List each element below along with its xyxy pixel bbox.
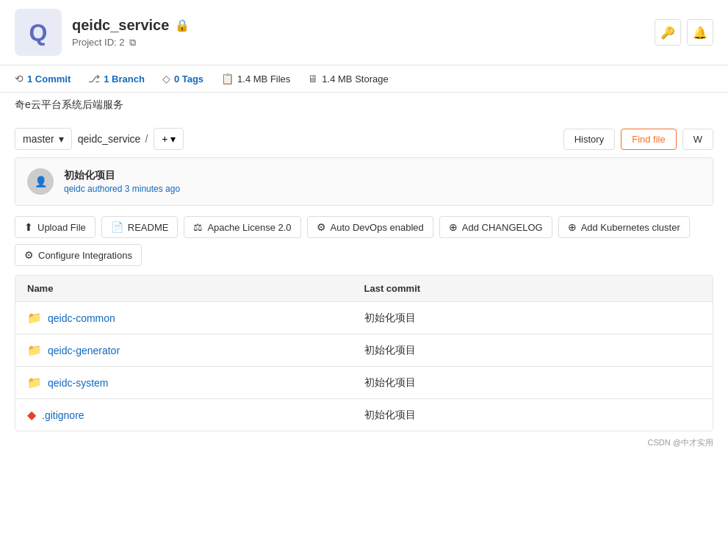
project-info: qeidc_service 🔒 Project ID: 2 ⧉ — [72, 17, 190, 49]
plus-icon: + — [162, 133, 167, 145]
file-name-gitignore[interactable]: ◆ .gitignore — [27, 408, 364, 422]
notification-button[interactable]: 🔔 — [687, 19, 713, 46]
folder-icon: 📁 — [27, 376, 42, 390]
add-changelog-button[interactable]: ⊕ Add CHANGELOG — [439, 216, 552, 238]
action-buttons-row: ⬆ Upload File 📄 README ⚖ Apache License … — [0, 216, 728, 275]
branch-right: History Find file W — [563, 129, 713, 150]
path-segment: qeidc_service — [78, 133, 141, 145]
branches-icon: ⎇ — [88, 73, 100, 85]
page-header: Q qeidc_service 🔒 Project ID: 2 ⧉ 🔑 🔔 — [0, 0, 728, 65]
files-size: 1.4 MB Files — [237, 73, 290, 85]
col-commit-header: Last commit — [364, 283, 702, 294]
readme-icon: 📄 — [111, 221, 123, 233]
project-id: Project ID: 2 ⧉ — [72, 37, 190, 49]
upload-file-label: Upload File — [37, 222, 86, 233]
license-button[interactable]: ⚖ Apache License 2.0 — [184, 216, 300, 238]
files-icon: 📋 — [221, 73, 234, 85]
table-row: 📁 qeidc-system 初始化项目 — [15, 367, 713, 399]
commits-link[interactable]: 1 Commit — [27, 73, 71, 85]
project-title: qeidc_service 🔒 — [72, 17, 190, 34]
file-name-qeidc-generator[interactable]: 📁 qeidc-generator — [27, 343, 364, 357]
last-commit-text: 初始化项目 — [364, 312, 702, 325]
last-commit-text: 初始化项目 — [364, 344, 702, 357]
readme-button[interactable]: 📄 README — [101, 216, 179, 238]
gitignore-icon: ◆ — [27, 408, 36, 422]
branch-toolbar: master ▾ qeidc_service / + ▾ History Fin… — [0, 121, 728, 157]
files-stat: 📋 1.4 MB Files — [221, 73, 290, 85]
last-commit-text: 初始化项目 — [364, 376, 702, 390]
web-ide-button[interactable]: W — [682, 129, 713, 150]
commit-meta: qeidc authored 3 minutes ago — [64, 184, 180, 194]
commit-message: 初始化项目 — [64, 169, 180, 182]
configure-integrations-button[interactable]: ⚙ Configure Integrations — [15, 244, 142, 266]
last-commit-text: 初始化项目 — [364, 409, 702, 422]
col-name-header: Name — [27, 283, 364, 294]
add-menu-button[interactable]: + ▾ — [154, 128, 184, 150]
add-kubernetes-label: Add Kubernetes cluster — [581, 222, 680, 233]
auto-devops-label: Auto DevOps enabled — [331, 222, 424, 233]
file-name-qeidc-common[interactable]: 📁 qeidc-common — [27, 311, 364, 325]
project-description: 奇e云平台系统后端服务 — [0, 93, 728, 121]
table-row: 📁 qeidc-generator 初始化项目 — [15, 334, 713, 367]
project-id-text: Project ID: 2 — [72, 37, 125, 48]
branches-stat: ⎇ 1 Branch — [88, 73, 145, 85]
storage-stat: 🖥 1.4 MB Storage — [308, 73, 388, 85]
file-table: Name Last commit 📁 qeidc-common 初始化项目 📁 … — [15, 275, 713, 431]
auto-devops-button[interactable]: ⚙ Auto DevOps enabled — [307, 216, 433, 238]
commit-author: qeidc — [64, 184, 85, 194]
history-button[interactable]: History — [563, 129, 615, 150]
devops-icon: ⚙ — [317, 221, 326, 233]
license-icon: ⚖ — [193, 221, 203, 233]
commits-icon: ⟲ — [15, 73, 24, 85]
lock-icon: 🔒 — [175, 18, 190, 32]
integrations-icon: ⚙ — [24, 249, 34, 261]
kubernetes-icon: ⊕ — [568, 221, 577, 233]
folder-icon: 📁 — [27, 311, 42, 325]
storage-size: 1.4 MB Storage — [322, 73, 388, 85]
readme-label: README — [128, 222, 169, 233]
file-name-qeidc-system[interactable]: 📁 qeidc-system — [27, 376, 364, 390]
license-label: Apache License 2.0 — [207, 222, 291, 233]
watermark: CSDN @中才实用 — [0, 431, 728, 454]
branch-name: master — [23, 133, 54, 145]
tags-stat: ◇ 0 Tags — [162, 73, 203, 85]
header-left: Q qeidc_service 🔒 Project ID: 2 ⧉ — [15, 9, 190, 56]
table-row: ◆ .gitignore 初始化项目 — [15, 399, 713, 431]
commit-box: 👤 初始化项目 qeidc authored 3 minutes ago — [15, 157, 713, 206]
upload-icon: ⬆ — [24, 221, 33, 233]
commit-author-avatar: 👤 — [27, 168, 54, 195]
file-name-text: qeidc-common — [48, 312, 115, 324]
project-name: qeidc_service — [72, 17, 169, 34]
add-kubernetes-button[interactable]: ⊕ Add Kubernetes cluster — [558, 216, 690, 238]
file-table-header: Name Last commit — [15, 276, 713, 302]
chevron-down-icon: ▾ — [59, 133, 64, 145]
chevron-down-icon: ▾ — [170, 133, 176, 145]
changelog-icon: ⊕ — [449, 221, 458, 233]
tags-link[interactable]: 0 Tags — [174, 73, 203, 85]
header-right: 🔑 🔔 — [655, 19, 713, 46]
storage-icon: 🖥 — [308, 73, 318, 85]
commits-stat: ⟲ 1 Commit — [15, 73, 71, 85]
commit-time: authored 3 minutes ago — [87, 184, 180, 194]
path-breadcrumb: qeidc_service / — [78, 133, 148, 145]
path-separator: / — [145, 133, 148, 145]
add-changelog-label: Add CHANGELOG — [462, 222, 543, 233]
branches-link[interactable]: 1 Branch — [104, 73, 145, 85]
branch-selector[interactable]: master ▾ — [15, 128, 72, 150]
branch-left: master ▾ qeidc_service / + ▾ — [15, 128, 184, 150]
commit-details: 初始化项目 qeidc authored 3 minutes ago — [64, 169, 180, 194]
file-name-text: qeidc-system — [48, 377, 108, 389]
upload-file-button[interactable]: ⬆ Upload File — [15, 216, 95, 238]
tags-icon: ◇ — [162, 73, 170, 85]
table-row: 📁 qeidc-common 初始化项目 — [15, 302, 713, 334]
copy-id-icon[interactable]: ⧉ — [129, 37, 136, 49]
settings-button[interactable]: 🔑 — [655, 19, 681, 46]
file-name-text: .gitignore — [42, 409, 84, 421]
folder-icon: 📁 — [27, 343, 42, 357]
configure-integrations-label: Configure Integrations — [38, 250, 132, 261]
project-avatar: Q — [15, 9, 62, 56]
stats-bar: ⟲ 1 Commit ⎇ 1 Branch ◇ 0 Tags 📋 1.4 MB … — [0, 65, 728, 93]
find-file-button[interactable]: Find file — [621, 129, 677, 150]
file-name-text: qeidc-generator — [48, 345, 120, 356]
